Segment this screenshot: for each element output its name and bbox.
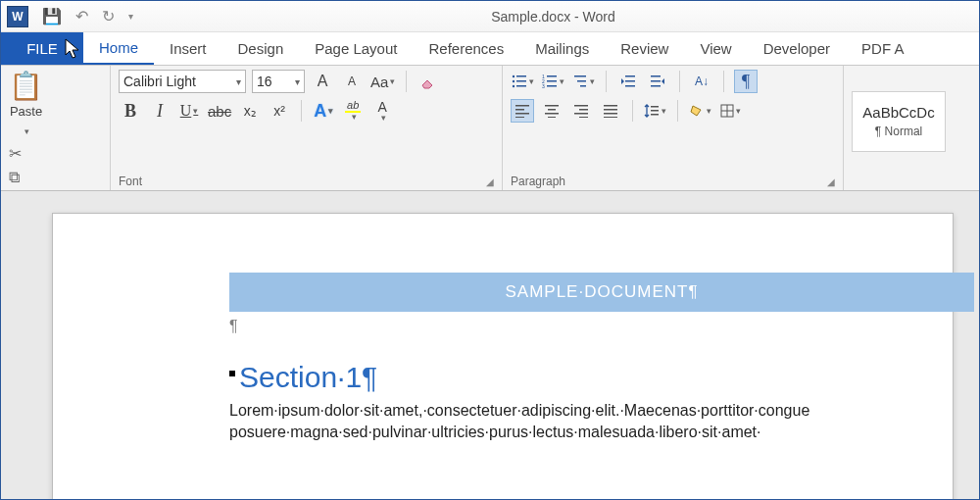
svg-rect-35	[604, 113, 617, 115]
svg-rect-38	[651, 110, 659, 112]
separator	[606, 71, 607, 92]
cut-icon[interactable]: ✂	[9, 144, 24, 163]
svg-rect-25	[545, 105, 559, 107]
document-area[interactable]: SAMPLE·DOCUMENT¶ ¶ Section·1¶ Lorem·ipsu…	[1, 191, 979, 499]
separator	[406, 71, 407, 92]
font-group-label: Font	[119, 175, 142, 188]
svg-rect-17	[625, 85, 635, 87]
svg-rect-37	[651, 106, 659, 108]
paste-label: Paste	[10, 104, 42, 119]
multilevel-list-button[interactable]	[571, 70, 596, 93]
tab-developer[interactable]: Developer	[748, 32, 846, 65]
svg-rect-27	[545, 113, 559, 115]
underline-button[interactable]: U	[177, 99, 201, 123]
shrink-font-button[interactable]: A	[340, 70, 364, 93]
svg-rect-39	[651, 114, 659, 116]
body-paragraph[interactable]: Lorem·ipsum·dolor·sit·amet,·consectetuer…	[229, 394, 974, 420]
word-app-icon: W	[7, 6, 28, 27]
group-paragraph: 123 A↓ ¶	[503, 66, 844, 190]
separator	[679, 71, 680, 92]
tab-file[interactable]: FILE	[1, 32, 83, 65]
svg-rect-24	[515, 117, 524, 118]
svg-rect-5	[516, 85, 526, 87]
separator	[632, 100, 633, 122]
borders-button[interactable]	[718, 99, 742, 123]
font-name-input[interactable]: Calibri Light▾	[119, 70, 246, 93]
document-banner[interactable]: SAMPLE·DOCUMENT¶	[229, 273, 974, 312]
numbering-button[interactable]: 123	[541, 70, 565, 93]
collapse-heading-icon[interactable]	[229, 371, 235, 376]
clear-formatting-button[interactable]	[416, 70, 440, 93]
svg-point-2	[513, 80, 514, 82]
svg-rect-9	[547, 80, 557, 82]
heading-section-1[interactable]: Section·1¶	[229, 341, 953, 394]
svg-rect-14	[580, 85, 586, 87]
tab-review[interactable]: Review	[605, 32, 684, 65]
bold-button[interactable]: B	[119, 99, 142, 123]
save-icon[interactable]: 💾	[42, 7, 62, 25]
change-case-button[interactable]: Aa	[369, 70, 396, 93]
body-paragraph[interactable]: posuere·magna·sed·pulvinar·ultricies·pur…	[229, 420, 974, 441]
svg-rect-34	[604, 109, 617, 111]
svg-rect-11	[547, 85, 557, 87]
mouse-cursor-icon	[64, 38, 81, 65]
svg-text:3: 3	[542, 83, 545, 88]
copy-icon[interactable]: ⧉	[9, 169, 24, 186]
svg-rect-13	[577, 80, 586, 82]
paragraph-mark[interactable]: ¶	[229, 312, 953, 341]
superscript-button[interactable]: x²	[268, 99, 291, 123]
text-effects-button[interactable]: A	[312, 99, 335, 123]
shading-button[interactable]	[688, 99, 712, 123]
font-launcher-icon[interactable]: ◢	[486, 176, 494, 187]
page[interactable]: SAMPLE·DOCUMENT¶ ¶ Section·1¶ Lorem·ipsu…	[52, 213, 954, 499]
line-spacing-button[interactable]	[643, 99, 667, 123]
svg-rect-23	[515, 113, 529, 115]
italic-button[interactable]: I	[148, 99, 172, 123]
style-normal[interactable]: AaBbCcDc ¶ Normal	[852, 91, 946, 152]
sort-button[interactable]: A↓	[690, 70, 713, 93]
subscript-button[interactable]: x₂	[238, 99, 262, 123]
tab-page-layout[interactable]: Page Layout	[299, 32, 413, 65]
paste-button[interactable]: 📋 Paste	[9, 70, 43, 138]
title-bar: W 💾 ↶ ↻ ▾ Sample.docx - Word	[1, 1, 979, 32]
svg-rect-3	[516, 80, 526, 82]
svg-rect-15	[625, 75, 635, 77]
svg-rect-22	[515, 109, 524, 111]
strikethrough-button[interactable]: abc	[207, 99, 232, 123]
svg-rect-30	[579, 109, 588, 111]
font-size-value: 16	[257, 74, 272, 89]
svg-rect-28	[548, 117, 556, 118]
tab-insert[interactable]: Insert	[154, 32, 222, 65]
show-hide-marks-button[interactable]: ¶	[734, 70, 758, 93]
tab-pdf[interactable]: PDF A	[846, 32, 919, 65]
undo-icon[interactable]: ↶	[75, 7, 88, 25]
font-color-button[interactable]: A	[370, 99, 394, 123]
svg-rect-20	[651, 85, 661, 87]
align-center-button[interactable]	[540, 99, 564, 123]
increase-indent-button[interactable]	[646, 70, 669, 93]
font-name-value: Calibri Light	[123, 74, 196, 89]
align-left-button[interactable]	[511, 99, 534, 123]
redo-icon[interactable]: ↻	[102, 7, 115, 25]
justify-button[interactable]	[599, 99, 622, 123]
tab-view[interactable]: View	[684, 32, 747, 65]
svg-rect-19	[651, 80, 661, 82]
ribbon: 📋 Paste ✂ ⧉ 🖌 Clipboard ◢ Calibri Light▾	[1, 66, 979, 191]
grow-font-button[interactable]: A	[311, 70, 334, 93]
tab-home[interactable]: Home	[83, 32, 154, 65]
paragraph-launcher-icon[interactable]: ◢	[827, 176, 835, 187]
style-name-label: ¶ Normal	[875, 125, 922, 138]
svg-rect-32	[579, 117, 588, 118]
tab-mailings[interactable]: Mailings	[519, 32, 605, 65]
svg-rect-7	[547, 75, 557, 77]
tab-references[interactable]: References	[413, 32, 519, 65]
align-right-button[interactable]	[569, 99, 593, 123]
svg-rect-29	[574, 105, 588, 107]
decrease-indent-button[interactable]	[616, 70, 640, 93]
svg-rect-21	[515, 105, 529, 107]
bullets-button[interactable]	[511, 70, 535, 93]
font-size-input[interactable]: 16▾	[252, 70, 305, 93]
highlight-button[interactable]: ab	[341, 99, 365, 123]
tab-design[interactable]: Design	[222, 32, 300, 65]
svg-rect-33	[604, 105, 617, 107]
